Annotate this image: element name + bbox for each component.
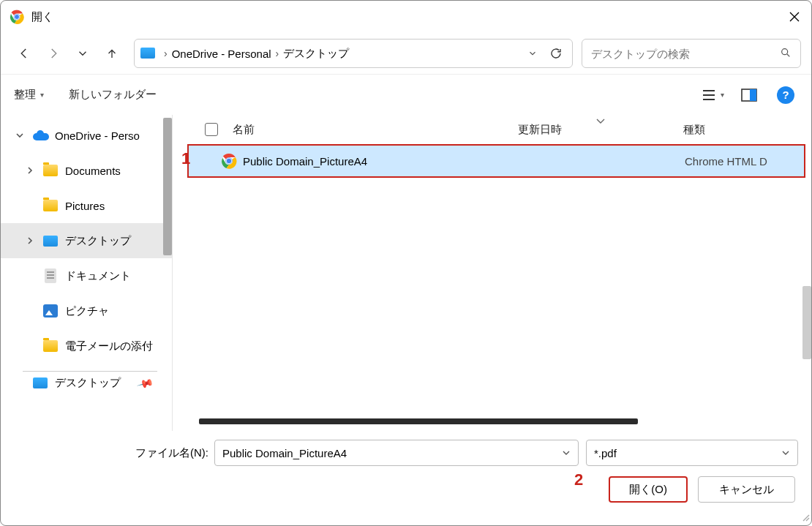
filename-value: Public Domain_PictureA4 bbox=[222, 447, 347, 459]
titlebar: 開く bbox=[1, 1, 811, 33]
window-title: 開く bbox=[31, 10, 53, 24]
address-dropdown[interactable] bbox=[521, 42, 544, 65]
document-icon bbox=[43, 269, 58, 282]
resize-grip[interactable] bbox=[801, 512, 810, 524]
tree-item-email[interactable]: 電子メールの添付 bbox=[1, 328, 172, 364]
tree-label: ドキュメント bbox=[65, 269, 131, 283]
chevron-right-icon: › bbox=[276, 48, 279, 59]
header-date[interactable]: 更新日時 bbox=[518, 123, 683, 137]
recent-dropdown[interactable] bbox=[69, 40, 96, 67]
sort-desc-icon bbox=[595, 114, 606, 127]
back-button[interactable] bbox=[11, 40, 37, 67]
pin-icon: 📌 bbox=[136, 374, 154, 392]
annotation-1: 1 bbox=[181, 149, 190, 168]
address-bar[interactable]: › OneDrive - Personal › デスクトップ bbox=[134, 39, 573, 68]
pinned-desktop[interactable]: デスクトップ 📌 bbox=[1, 376, 172, 390]
chrome-icon bbox=[221, 153, 237, 169]
file-name: Public Domain_PictureA4 bbox=[243, 155, 521, 168]
tree-label: 電子メールの添付 bbox=[65, 339, 153, 353]
tree-label: Documents bbox=[65, 165, 121, 177]
tree-item-pictures[interactable]: Pictures bbox=[1, 188, 172, 223]
header-name[interactable]: 名前 bbox=[233, 123, 518, 137]
organize-menu[interactable]: 整理 ▾ bbox=[14, 88, 44, 102]
file-row-selected[interactable]: Public Domain_PictureA4 Chrome HTML D bbox=[187, 144, 805, 178]
tree-item-documents-jp[interactable]: ドキュメント bbox=[1, 258, 172, 293]
tree-item-desktop[interactable]: デスクトップ bbox=[1, 223, 172, 258]
svg-rect-6 bbox=[750, 89, 756, 101]
desktop-icon bbox=[33, 377, 48, 388]
open-button[interactable]: 開く(O) bbox=[609, 476, 688, 503]
close-button[interactable] bbox=[778, 1, 811, 33]
pictures-icon bbox=[43, 304, 58, 318]
help-button[interactable]: ? bbox=[773, 83, 798, 108]
select-all-checkbox[interactable] bbox=[205, 123, 222, 136]
chevron-right-icon: › bbox=[164, 48, 168, 59]
toolbar: 整理 ▾ 新しいフォルダー ▾ ? bbox=[1, 74, 811, 115]
nav-tree: OneDrive - Perso Documents Pictures デスクト… bbox=[1, 115, 172, 431]
file-type: Chrome HTML D bbox=[685, 155, 804, 168]
chevron-down-icon: ▾ bbox=[721, 91, 724, 99]
tree-label: ピクチャ bbox=[65, 304, 109, 318]
preview-pane-button[interactable] bbox=[737, 83, 762, 108]
tree-item-onedrive[interactable]: OneDrive - Perso bbox=[1, 118, 172, 153]
filetype-filter[interactable]: *.pdf bbox=[586, 440, 798, 466]
breadcrumb-desktop[interactable]: デスクトップ bbox=[283, 47, 349, 61]
new-folder-label: 新しいフォルダー bbox=[69, 88, 157, 102]
expand-icon[interactable] bbox=[24, 166, 36, 175]
filename-label: ファイル名(N): bbox=[1, 446, 214, 460]
view-menu[interactable]: ▾ bbox=[700, 83, 725, 108]
tree-label: デスクトップ bbox=[55, 376, 121, 390]
refresh-button[interactable] bbox=[544, 42, 568, 65]
desktop-icon bbox=[140, 48, 155, 59]
tree-label: デスクトップ bbox=[65, 234, 131, 248]
horizontal-scrollbar[interactable] bbox=[199, 416, 798, 427]
annotation-2: 2 bbox=[574, 470, 583, 489]
cancel-button[interactable]: キャンセル bbox=[698, 476, 795, 503]
chevron-down-icon: ▾ bbox=[40, 91, 44, 99]
sidebar-scrollbar[interactable] bbox=[163, 118, 172, 396]
folder-icon bbox=[43, 339, 58, 353]
column-headers: 名前 更新日時 種類 bbox=[173, 115, 811, 144]
chevron-down-icon bbox=[562, 447, 571, 459]
filter-value: *.pdf bbox=[594, 447, 617, 459]
collapse-icon[interactable] bbox=[14, 131, 26, 140]
breadcrumb-onedrive[interactable]: OneDrive - Personal bbox=[172, 48, 271, 60]
tree-label: Pictures bbox=[65, 200, 105, 212]
search-icon bbox=[780, 47, 792, 61]
tree-item-documents[interactable]: Documents bbox=[1, 153, 172, 188]
content-scrollbar[interactable] bbox=[802, 286, 811, 400]
chrome-icon bbox=[10, 10, 24, 24]
main-area: OneDrive - Perso Documents Pictures デスクト… bbox=[1, 115, 811, 431]
bottom-panel: ファイル名(N): Public Domain_PictureA4 *.pdf … bbox=[1, 431, 811, 511]
up-button[interactable] bbox=[99, 40, 125, 67]
header-type[interactable]: 種類 bbox=[683, 123, 811, 137]
separator bbox=[23, 371, 157, 372]
folder-icon bbox=[43, 164, 58, 177]
expand-icon[interactable] bbox=[24, 236, 36, 245]
tree-item-pictures-jp[interactable]: ピクチャ bbox=[1, 293, 172, 328]
file-list: 名前 更新日時 種類 Public Domain_PictureA4 Chrom… bbox=[172, 115, 811, 431]
tree-label: OneDrive - Perso bbox=[55, 129, 140, 142]
onedrive-icon bbox=[33, 129, 48, 142]
new-folder-button[interactable]: 新しいフォルダー bbox=[69, 88, 157, 102]
desktop-icon bbox=[43, 234, 58, 247]
search-box[interactable] bbox=[582, 39, 801, 68]
forward-button[interactable] bbox=[40, 40, 67, 67]
nav-bar: › OneDrive - Personal › デスクトップ bbox=[1, 33, 811, 74]
filename-combobox[interactable]: Public Domain_PictureA4 bbox=[214, 440, 579, 466]
chevron-down-icon bbox=[781, 447, 790, 459]
organize-label: 整理 bbox=[14, 88, 36, 102]
svg-point-4 bbox=[782, 48, 788, 54]
search-input[interactable] bbox=[591, 48, 780, 60]
folder-icon bbox=[43, 199, 58, 212]
help-icon: ? bbox=[777, 86, 794, 104]
